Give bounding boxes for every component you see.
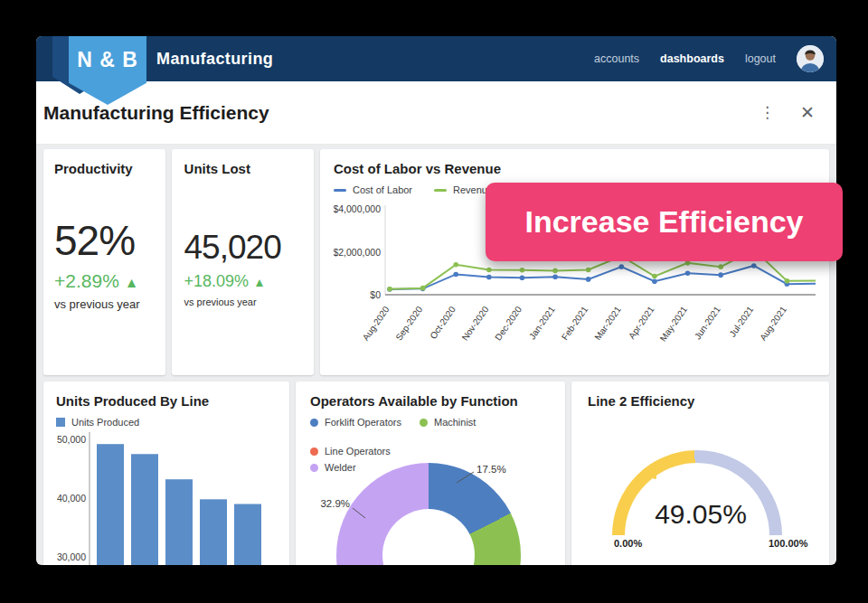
kpi-caption: vs previous year (184, 297, 305, 307)
brand-name: Manufacturing (156, 50, 273, 69)
legend-item: Units Produced (56, 417, 139, 428)
kpi-card-productivity: Productivity 52% +2.89% ▲ vs previous ye… (43, 149, 165, 375)
chart-title: Line 2 Efficiency (588, 393, 813, 409)
up-arrow-icon: ▲ (253, 276, 265, 289)
kpi-delta-text: +18.09% (184, 272, 250, 290)
page-title: Manufacturing Efficiency (43, 102, 269, 124)
svg-text:$0: $0 (370, 289, 381, 300)
gauge-value: 49.05% (612, 499, 789, 530)
kpi-caption: vs previous year (54, 297, 156, 311)
nav-links: accounts dashboards logout (594, 45, 836, 72)
legend-swatch-units-produced (56, 418, 65, 427)
up-arrow-icon: ▲ (125, 275, 139, 290)
gauge-needle-tick (653, 468, 656, 479)
legend-swatch-cost-of-labor (334, 189, 346, 192)
svg-text:40,000: 40,000 (57, 493, 86, 504)
kpi-value: 52% (54, 216, 156, 265)
donut-callouts: 17.5% 32.9% (296, 382, 565, 565)
kpi-card-units-lost: Units Lost 45,020 +18.09% ▲ vs previous … (172, 149, 314, 375)
gauge-max-label: 100.00% (769, 538, 807, 549)
kpi-value: 45,020 (184, 229, 305, 267)
kpi-title: Units Lost (184, 161, 305, 176)
svg-text:$4,000,000: $4,000,000 (334, 203, 381, 214)
user-avatar[interactable] (797, 45, 824, 72)
screenshot-stage: N & B Manufacturing accounts dashboards … (0, 0, 868, 603)
svg-text:Sep-2020: Sep-2020 (393, 304, 424, 342)
units-produced-bar-chart: 50,00040,00030,000 (56, 428, 277, 565)
legend-swatch-revenue (434, 189, 447, 192)
svg-text:Dec-2020: Dec-2020 (493, 304, 524, 342)
kpi-title: Productivity (54, 161, 156, 176)
dashboard-titlebar: Manufacturing Efficiency ⋮ ✕ (36, 81, 836, 145)
chart-title: Units Produced By Line (56, 393, 277, 409)
increase-efficiency-button[interactable]: Increase Efficiency (486, 183, 843, 261)
kpi-delta: +2.89% ▲ (54, 270, 156, 292)
svg-text:$2,000,000: $2,000,000 (334, 247, 381, 258)
kpi-delta-text: +2.89% (54, 270, 119, 291)
nav-link-accounts[interactable]: accounts (594, 52, 639, 65)
operators-chart-card: Operators Available by Function Forklift… (296, 382, 565, 565)
svg-text:Jul-2021: Jul-2021 (727, 304, 755, 338)
svg-text:30,000: 30,000 (57, 551, 86, 562)
units-produced-chart-card: Units Produced By Line Units Produced 50… (43, 382, 289, 565)
legend-label: Cost of Labor (353, 184, 412, 195)
svg-text:Jan-2021: Jan-2021 (527, 304, 557, 341)
gauge-min-label: 0.00% (614, 538, 642, 549)
svg-text:Apr-2021: Apr-2021 (627, 304, 656, 340)
legend-item: Cost of Labor (334, 184, 412, 195)
line2-efficiency-card: Line 2 Efficiency 49.05% 0.00% 100.00% (571, 382, 829, 565)
navbar: N & B Manufacturing accounts dashboards … (36, 36, 836, 81)
svg-text:May-2021: May-2021 (658, 304, 690, 343)
nav-link-dashboards[interactable]: dashboards (660, 52, 724, 65)
donut-callout-label: 32.9% (320, 498, 350, 509)
svg-text:Mar-2021: Mar-2021 (592, 304, 623, 342)
svg-text:Feb-2021: Feb-2021 (560, 304, 590, 342)
nav-link-logout[interactable]: logout (745, 52, 776, 65)
svg-text:Jun-2021: Jun-2021 (693, 304, 722, 341)
svg-text:Nov-2020: Nov-2020 (460, 304, 491, 342)
svg-text:Oct-2020: Oct-2020 (428, 304, 458, 340)
chart-legend: Units Produced (56, 417, 277, 428)
person-icon (797, 45, 824, 72)
svg-text:50,000: 50,000 (57, 434, 86, 445)
kebab-menu-icon[interactable]: ⋮ (760, 105, 775, 120)
chart-title: Cost of Labor vs Revenue (334, 161, 816, 176)
svg-text:Aug-2021: Aug-2021 (758, 304, 788, 342)
legend-label: Units Produced (71, 417, 139, 428)
legend-item: Revenue (434, 184, 493, 195)
close-icon[interactable]: ✕ (800, 104, 815, 121)
kpi-delta: +18.09% ▲ (184, 272, 305, 291)
svg-text:Aug-2020: Aug-2020 (361, 304, 392, 342)
app-window: N & B Manufacturing accounts dashboards … (36, 36, 836, 565)
donut-callout-label: 17.5% (476, 464, 506, 475)
